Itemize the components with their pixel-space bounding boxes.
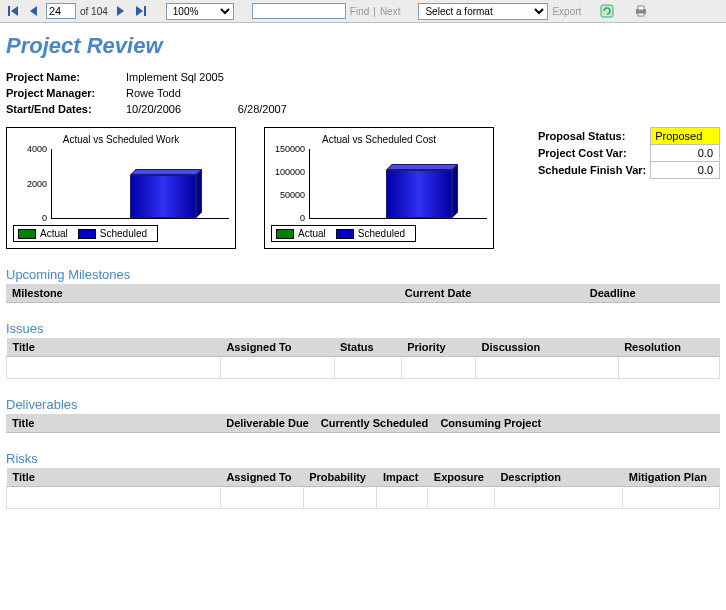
chart-actual-vs-scheduled-work: Actual vs Scheduled Work 4000 2000 0 Act… xyxy=(6,127,236,249)
info-label: Project Name: xyxy=(6,69,126,85)
end-date-value: 6/28/2007 xyxy=(238,101,301,117)
ytick: 50000 xyxy=(280,190,305,200)
project-info: Project Name: Implement Sql 2005 Project… xyxy=(6,69,301,117)
svg-rect-0 xyxy=(8,6,10,16)
col-header: Title xyxy=(6,414,220,433)
col-header: Status xyxy=(334,338,401,357)
legend-label: Scheduled xyxy=(358,228,405,239)
page-number-input[interactable] xyxy=(46,3,76,19)
col-header: Deadline xyxy=(584,284,720,303)
svg-marker-2 xyxy=(30,6,37,16)
report-toolbar: of 104 100% Find | Next Select a format … xyxy=(0,0,726,23)
col-header: Title xyxy=(7,338,221,357)
legend-label: Scheduled xyxy=(100,228,147,239)
project-manager-value: Rowe Todd xyxy=(126,85,238,101)
section-heading-risks: Risks xyxy=(6,451,720,466)
risks-table: Title Assigned To Probability Impact Exp… xyxy=(6,468,720,509)
deliverables-table: Title Deliverable Due Currently Schedule… xyxy=(6,414,720,433)
col-header: Currently Scheduled xyxy=(315,414,435,433)
ytick: 0 xyxy=(300,213,305,223)
milestones-table: Milestone Current Date Deadline xyxy=(6,284,720,303)
export-format-select[interactable]: Select a format xyxy=(418,3,548,20)
legend-label: Actual xyxy=(298,228,326,239)
status-label: Schedule Finish Var: xyxy=(534,162,651,179)
col-header: Resolution xyxy=(618,338,719,357)
start-date-value: 10/20/2006 xyxy=(126,101,238,117)
svg-rect-9 xyxy=(638,13,644,16)
page-title: Project Review xyxy=(6,33,720,59)
proposal-status-value: Proposed xyxy=(651,128,720,145)
col-header: Description xyxy=(494,468,622,487)
table-row xyxy=(7,357,720,379)
section-heading-deliverables: Deliverables xyxy=(6,397,720,412)
report-body: Project Review Project Name: Implement S… xyxy=(0,23,726,519)
col-header: Deliverable Due xyxy=(220,414,315,433)
print-icon[interactable] xyxy=(633,3,649,19)
col-header: Assigned To xyxy=(220,468,303,487)
col-header: Assigned To xyxy=(220,338,334,357)
svg-marker-3 xyxy=(117,6,124,16)
chart-legend: Actual Scheduled xyxy=(271,225,416,242)
project-name-value: Implement Sql 2005 xyxy=(126,69,238,85)
ytick: 150000 xyxy=(275,144,305,154)
status-label: Project Cost Var: xyxy=(534,145,651,162)
issues-table: Title Assigned To Status Priority Discus… xyxy=(6,338,720,379)
chart-actual-vs-scheduled-cost: Actual vs Scheduled Cost 150000 100000 5… xyxy=(264,127,494,249)
col-header: Impact xyxy=(377,468,428,487)
col-header: Milestone xyxy=(6,284,399,303)
refresh-icon[interactable] xyxy=(599,3,615,19)
ytick: 0 xyxy=(42,213,47,223)
zoom-select[interactable]: 100% xyxy=(166,3,234,20)
status-panel: Proposal Status: Proposed Project Cost V… xyxy=(522,127,720,249)
next-page-icon[interactable] xyxy=(112,3,128,19)
section-heading-issues: Issues xyxy=(6,321,720,336)
svg-rect-8 xyxy=(638,6,644,10)
col-header: Title xyxy=(7,468,221,487)
svg-rect-6 xyxy=(601,5,613,17)
svg-marker-1 xyxy=(11,6,18,16)
col-header: Exposure xyxy=(428,468,495,487)
prev-page-icon[interactable] xyxy=(26,3,42,19)
cost-var-value: 0.0 xyxy=(651,145,720,162)
export-button[interactable]: Export xyxy=(552,6,581,17)
status-label: Proposal Status: xyxy=(534,128,651,145)
info-label: Start/End Dates: xyxy=(6,101,126,117)
svg-marker-4 xyxy=(136,6,143,16)
col-header: Current Date xyxy=(399,284,584,303)
table-row xyxy=(7,487,720,509)
last-page-icon[interactable] xyxy=(132,3,148,19)
svg-rect-5 xyxy=(144,6,146,16)
legend-label: Actual xyxy=(40,228,68,239)
col-header: Priority xyxy=(401,338,475,357)
ytick: 4000 xyxy=(27,144,47,154)
ytick: 100000 xyxy=(275,167,305,177)
find-button[interactable]: Find xyxy=(350,6,369,17)
page-total-label: of 104 xyxy=(80,6,108,17)
col-header: Consuming Project xyxy=(434,414,720,433)
col-header: Mitigation Plan xyxy=(623,468,720,487)
finish-var-value: 0.0 xyxy=(651,162,720,179)
ytick: 2000 xyxy=(27,179,47,189)
find-input[interactable] xyxy=(252,3,346,19)
col-header: Probability xyxy=(303,468,377,487)
chart-legend: Actual Scheduled xyxy=(13,225,158,242)
first-page-icon[interactable] xyxy=(6,3,22,19)
info-label: Project Manager: xyxy=(6,85,126,101)
section-heading-milestones: Upcoming Milestones xyxy=(6,267,720,282)
find-next-button[interactable]: Next xyxy=(380,6,401,17)
col-header: Discussion xyxy=(476,338,619,357)
